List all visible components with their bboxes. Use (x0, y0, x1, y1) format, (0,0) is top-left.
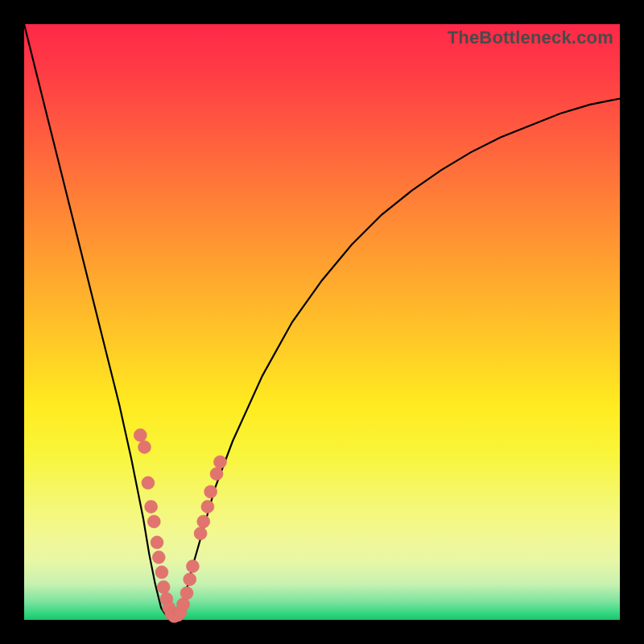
chart-frame: TheBottleneck.com (0, 0, 644, 644)
data-marker (210, 468, 223, 481)
data-marker (177, 598, 190, 611)
data-marker (142, 477, 155, 489)
data-marker (201, 500, 214, 513)
data-marker (204, 485, 217, 498)
data-marker (184, 573, 196, 586)
data-marker (152, 551, 165, 564)
data-marker (157, 580, 170, 593)
data-marker (134, 429, 147, 442)
data-marker (151, 536, 163, 549)
bottleneck-curve-svg (24, 24, 620, 620)
data-marker (155, 566, 168, 579)
data-marker (147, 515, 160, 528)
data-marker (186, 559, 199, 572)
plot-area: TheBottleneck.com (24, 24, 620, 620)
data-marker (145, 500, 158, 513)
data-marker (194, 527, 207, 540)
data-marker (138, 440, 151, 453)
data-marker (180, 587, 193, 600)
data-marker (197, 515, 210, 528)
data-markers (134, 429, 226, 623)
data-marker (213, 456, 226, 469)
bottleneck-curve-path (24, 24, 620, 620)
